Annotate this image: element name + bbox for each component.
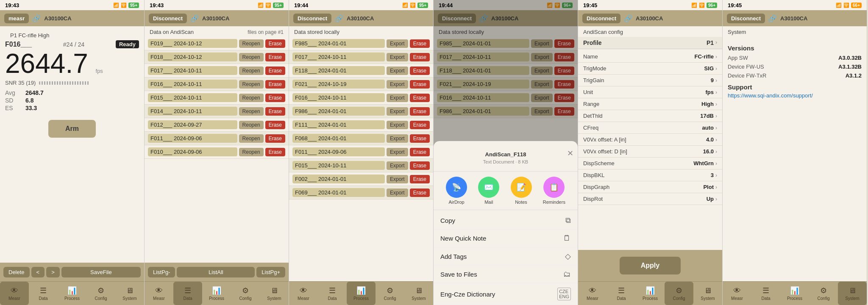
- erase-button[interactable]: Erase: [265, 67, 285, 75]
- delete-button[interactable]: Delete: [3, 267, 30, 277]
- tab-data-2[interactable]: ☰ Data: [173, 282, 202, 305]
- system-icon-1: 🖥: [126, 286, 134, 295]
- disconnect-button-3[interactable]: Disconnect: [293, 14, 331, 23]
- erase-button[interactable]: Erase: [265, 121, 285, 129]
- battery-6: 66+: [851, 3, 862, 8]
- share-airdrop[interactable]: 📡 AirDrop: [446, 177, 467, 205]
- erase-button[interactable]: Erase: [410, 107, 430, 116]
- export-button[interactable]: Export: [387, 189, 408, 197]
- tab-config-6[interactable]: ⚙ Config: [809, 282, 838, 305]
- export-button[interactable]: Export: [387, 80, 408, 89]
- erase-button[interactable]: Erase: [410, 134, 430, 143]
- disconnect-button-1[interactable]: measr: [4, 14, 29, 23]
- tab-process-1[interactable]: 📊 Process: [58, 282, 86, 305]
- reopen-button[interactable]: Reopen: [239, 94, 264, 102]
- tab-system-6[interactable]: 🖥 System: [838, 282, 867, 305]
- erase-button[interactable]: Erase: [265, 148, 285, 156]
- share-mail[interactable]: ✉️ Mail: [478, 177, 499, 205]
- reopen-button[interactable]: Reopen: [239, 121, 264, 129]
- savefile-button[interactable]: SaveFile: [61, 267, 141, 277]
- erase-button[interactable]: Erase: [265, 94, 285, 102]
- reopen-button[interactable]: Reopen: [239, 134, 264, 143]
- erase-button[interactable]: Erase: [265, 134, 285, 143]
- arm-button[interactable]: Arm: [48, 120, 96, 138]
- tab-system-2[interactable]: 🖥 System: [260, 282, 289, 305]
- share-dictionary-item[interactable]: Eng-Cze Dictionary CZEENG: [434, 283, 578, 305]
- erase-button[interactable]: Erase: [410, 175, 430, 183]
- tab-process-3[interactable]: 📊 Process: [347, 282, 376, 305]
- tab-config-2[interactable]: ⚙ Config: [231, 282, 260, 305]
- tab-measr-5[interactable]: 👁 Measr: [578, 282, 607, 305]
- tab-system-3[interactable]: 🖥 System: [404, 282, 433, 305]
- export-button[interactable]: Export: [387, 175, 408, 183]
- erase-button[interactable]: Erase: [410, 94, 430, 102]
- tab-measr-3[interactable]: 👁 Measr: [289, 282, 318, 305]
- reopen-button[interactable]: Reopen: [239, 107, 264, 116]
- erase-button[interactable]: Erase: [410, 80, 430, 89]
- reopen-button[interactable]: Reopen: [239, 148, 264, 156]
- listall-button[interactable]: ListAll: [177, 267, 255, 277]
- erase-button[interactable]: Erase: [410, 161, 430, 170]
- export-button[interactable]: Export: [387, 67, 408, 75]
- share-copy-item[interactable]: Copy ⧉: [434, 212, 578, 230]
- time-2: 19:43: [150, 2, 164, 8]
- prev-button[interactable]: <: [31, 267, 45, 277]
- export-button[interactable]: Export: [387, 161, 408, 170]
- config-row-trigmode: TrigMode SIG ›: [578, 63, 722, 75]
- listpg-prev-button[interactable]: ListPg-: [148, 267, 175, 277]
- share-reminders[interactable]: 📋 Reminders: [543, 177, 565, 205]
- export-button[interactable]: Export: [387, 39, 408, 48]
- erase-button[interactable]: Erase: [265, 39, 285, 48]
- tab-system-1[interactable]: 🖥 System: [115, 282, 144, 305]
- share-overlay[interactable]: AndiScan_F118 Text Document · 8 KB ✕ 📡 A…: [434, 0, 578, 305]
- system-row-appsw: App SW A3.0.32B: [728, 53, 862, 62]
- tab-process-2[interactable]: 📊 Process: [202, 282, 231, 305]
- wifi-icon-2: 🛜: [265, 3, 271, 8]
- tab-data-6[interactable]: ☰ Data: [751, 282, 780, 305]
- share-addtags-item[interactable]: Add Tags ◇: [434, 247, 578, 266]
- disconnect-button-2[interactable]: Disconnect: [149, 14, 187, 23]
- tab-data-1[interactable]: ☰ Data: [29, 282, 58, 305]
- erase-button[interactable]: Erase: [410, 121, 430, 129]
- erase-button[interactable]: Erase: [410, 189, 430, 197]
- erase-button[interactable]: Erase: [265, 80, 285, 89]
- export-button[interactable]: Export: [387, 94, 408, 102]
- erase-button[interactable]: Erase: [410, 148, 430, 156]
- tab-system-5[interactable]: 🖥 System: [693, 282, 722, 305]
- disconnect-button-5[interactable]: Disconnect: [582, 14, 620, 23]
- share-close-button[interactable]: ✕: [567, 149, 573, 158]
- share-notes[interactable]: 📝 Notes: [511, 177, 532, 205]
- listpg-next-button[interactable]: ListPg+: [256, 267, 285, 277]
- reopen-button[interactable]: Reopen: [239, 67, 264, 75]
- tab-config-1[interactable]: ⚙ Config: [86, 282, 115, 305]
- erase-button[interactable]: Erase: [265, 53, 285, 61]
- apply-button[interactable]: Apply: [620, 257, 681, 274]
- export-button[interactable]: Export: [387, 134, 408, 143]
- snr-container: SNR 35 (19): [5, 80, 139, 86]
- share-quicknote-item[interactable]: New Quick Note 🗒: [434, 230, 578, 247]
- tab-data-5[interactable]: ☰ Data: [607, 282, 636, 305]
- tab-process-5[interactable]: 📊 Process: [636, 282, 665, 305]
- erase-button[interactable]: Erase: [265, 107, 285, 116]
- reopen-button[interactable]: Reopen: [239, 39, 264, 48]
- tab-config-3[interactable]: ⚙ Config: [376, 282, 404, 305]
- tab-process-6[interactable]: 📊 Process: [780, 282, 809, 305]
- disconnect-button-6[interactable]: Disconnect: [727, 14, 765, 23]
- next-button[interactable]: >: [46, 267, 60, 277]
- erase-button[interactable]: Erase: [410, 39, 430, 48]
- reopen-button[interactable]: Reopen: [239, 80, 264, 89]
- tab-config-5[interactable]: ⚙ Config: [665, 282, 693, 305]
- tab-measr-2[interactable]: 👁 Measr: [145, 282, 173, 305]
- tab-data-3[interactable]: ☰ Data: [318, 282, 347, 305]
- tab-measr-1[interactable]: 👁 Measr: [0, 282, 29, 305]
- erase-button[interactable]: Erase: [410, 67, 430, 75]
- support-link[interactable]: https://www.sqi-andix.com/support/: [728, 92, 862, 99]
- erase-button[interactable]: Erase: [410, 53, 430, 61]
- reopen-button[interactable]: Reopen: [239, 53, 264, 61]
- share-savetofiles-item[interactable]: Save to Files 🗂: [434, 266, 578, 283]
- export-button[interactable]: Export: [387, 53, 408, 61]
- tab-measr-6[interactable]: 👁 Measr: [723, 282, 751, 305]
- export-button[interactable]: Export: [387, 148, 408, 156]
- export-button[interactable]: Export: [387, 107, 408, 116]
- export-button[interactable]: Export: [387, 121, 408, 129]
